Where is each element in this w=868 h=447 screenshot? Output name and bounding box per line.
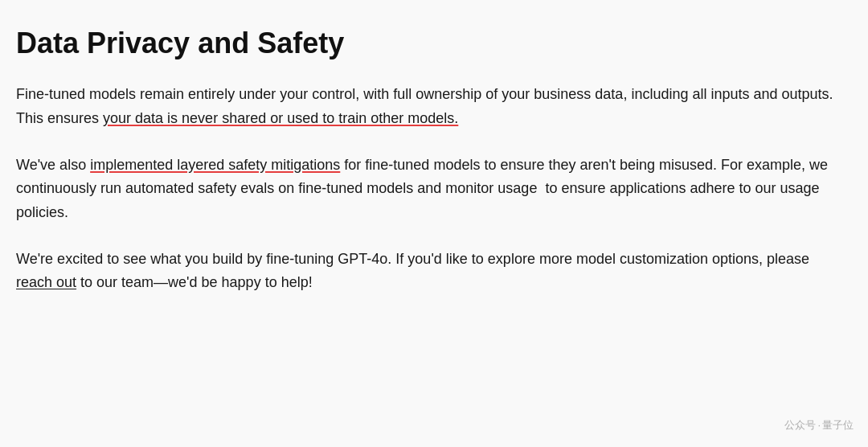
paragraph-3: We're excited to see what you build by f… — [16, 248, 836, 295]
paragraph-2: We've also implemented layered safety mi… — [16, 154, 836, 225]
page-title: Data Privacy and Safety — [16, 26, 836, 60]
watermark-prefix: 公众号 — [784, 419, 816, 431]
watermark-dot: · — [817, 419, 821, 431]
reach-out-link[interactable]: reach out — [16, 274, 76, 290]
watermark: 公众号·量子位 — [784, 418, 854, 433]
watermark-suffix: 量子位 — [822, 419, 854, 431]
highlighted-text-2: implemented layered safety mitigations — [90, 157, 340, 173]
highlighted-text-1: your data is never shared or used to tra… — [103, 110, 458, 126]
paragraph-1: Fine-tuned models remain entirely under … — [16, 83, 836, 130]
